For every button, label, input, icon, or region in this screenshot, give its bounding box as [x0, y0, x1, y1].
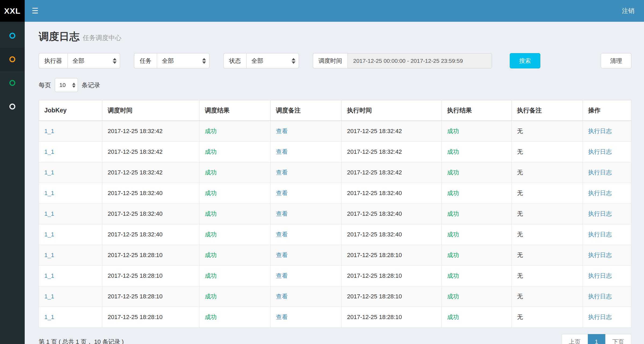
trigger-msg-link[interactable]: 查看	[276, 252, 288, 258]
cell-handle-msg: 无	[512, 245, 583, 266]
jobkey-link[interactable]: 1_1	[44, 210, 54, 217]
page-length-control: 每页 10 条记录	[39, 78, 631, 92]
exec-log-link[interactable]: 执行日志	[588, 272, 612, 279]
menu-circle-icon	[9, 33, 15, 39]
page-length-select[interactable]: 10	[55, 78, 78, 92]
pagination-page-1-button[interactable]: 1	[588, 334, 605, 344]
job-filter-select[interactable]: 全部	[157, 53, 209, 68]
select-arrows-icon	[72, 83, 75, 88]
cell-jobkey: 1_1	[39, 204, 102, 224]
sidebar-toggle-button[interactable]: ☰	[25, 0, 45, 22]
trigger-result-text: 成功	[205, 293, 217, 300]
app-logo[interactable]: XXL	[0, 0, 25, 22]
cell-handle-result: 成功	[442, 121, 512, 142]
table-row: 1_1 2017-12-25 18:28:10 成功 查看 2017-12-25…	[39, 266, 631, 286]
cell-action: 执行日志	[583, 224, 631, 245]
cell-trigger-result: 成功	[199, 142, 270, 162]
exec-log-link[interactable]: 执行日志	[588, 190, 612, 196]
trigger-msg-link[interactable]: 查看	[276, 190, 288, 196]
page-subtitle: 任务调度中心	[83, 34, 121, 42]
trigger-time-range-input[interactable]	[348, 53, 492, 68]
col-header-jobkey: JobKey	[39, 100, 102, 121]
cell-trigger-result: 成功	[199, 224, 270, 245]
trigger-msg-link[interactable]: 查看	[276, 293, 288, 300]
trigger-result-text: 成功	[205, 128, 217, 134]
menu-circle-icon	[9, 56, 15, 62]
status-filter-select[interactable]: 全部	[246, 53, 299, 68]
exec-log-link[interactable]: 执行日志	[588, 293, 612, 300]
exec-log-link[interactable]: 执行日志	[588, 210, 612, 217]
jobkey-link[interactable]: 1_1	[44, 252, 54, 258]
handle-result-text: 成功	[447, 128, 459, 134]
cell-trigger-msg: 查看	[270, 286, 342, 307]
trigger-msg-link[interactable]: 查看	[276, 148, 288, 155]
jobkey-link[interactable]: 1_1	[44, 190, 54, 196]
job-filter-group: 任务 全部	[134, 53, 209, 68]
exec-log-link[interactable]: 执行日志	[588, 314, 612, 320]
exec-log-link[interactable]: 执行日志	[588, 128, 612, 134]
trigger-msg-link[interactable]: 查看	[276, 231, 288, 238]
cell-jobkey: 1_1	[39, 162, 102, 183]
table-header-row: JobKey 调度时间 调度结果 调度备注 执行时间 执行结果 执行备注 操作	[39, 100, 631, 121]
length-prefix-label: 每页	[39, 81, 51, 89]
trigger-msg-link[interactable]: 查看	[276, 272, 288, 279]
trigger-msg-link[interactable]: 查看	[276, 314, 288, 320]
pagination-prev-button[interactable]: 上页	[562, 334, 588, 344]
clear-button[interactable]: 清理	[601, 53, 631, 68]
trigger-result-text: 成功	[205, 190, 217, 196]
jobkey-link[interactable]: 1_1	[44, 272, 54, 279]
trigger-msg-link[interactable]: 查看	[276, 128, 288, 134]
cell-trigger-result: 成功	[199, 162, 270, 183]
jobkey-link[interactable]: 1_1	[44, 148, 54, 155]
cell-trigger-time: 2017-12-25 18:32:42	[102, 121, 200, 142]
cell-handle-result: 成功	[442, 307, 512, 328]
cell-handle-result: 成功	[442, 266, 512, 286]
table-row: 1_1 2017-12-25 18:28:10 成功 查看 2017-12-25…	[39, 307, 631, 328]
cell-action: 执行日志	[583, 307, 631, 328]
select-arrows-icon	[202, 58, 206, 64]
trigger-msg-link[interactable]: 查看	[276, 169, 288, 176]
page-length-value: 10	[59, 82, 66, 88]
jobkey-link[interactable]: 1_1	[44, 169, 54, 176]
jobkey-link[interactable]: 1_1	[44, 314, 54, 320]
pagination-next-button[interactable]: 下页	[605, 334, 631, 344]
job-filter-label: 任务	[134, 53, 157, 68]
status-filter-label: 状态	[223, 53, 246, 68]
cell-trigger-result: 成功	[199, 245, 270, 266]
sidebar-item-4[interactable]	[0, 95, 25, 118]
cell-jobkey: 1_1	[39, 307, 102, 328]
jobkey-link[interactable]: 1_1	[44, 128, 54, 134]
jobkey-link[interactable]: 1_1	[44, 231, 54, 238]
cell-action: 执行日志	[583, 162, 631, 183]
cell-trigger-msg: 查看	[270, 266, 342, 286]
exec-log-link[interactable]: 执行日志	[588, 169, 612, 176]
cell-jobkey: 1_1	[39, 266, 102, 286]
cell-handle-msg: 无	[512, 183, 583, 204]
trigger-result-text: 成功	[205, 169, 217, 176]
cell-trigger-result: 成功	[199, 307, 270, 328]
jobkey-link[interactable]: 1_1	[44, 293, 54, 300]
trigger-msg-link[interactable]: 查看	[276, 210, 288, 217]
trigger-result-text: 成功	[205, 252, 217, 258]
cell-trigger-msg: 查看	[270, 162, 342, 183]
exec-log-link[interactable]: 执行日志	[588, 148, 612, 155]
logout-link[interactable]: 注销	[622, 7, 634, 15]
sidebar-item-3[interactable]	[0, 71, 25, 95]
col-header-handle-msg: 执行备注	[512, 100, 583, 121]
cell-jobkey: 1_1	[39, 245, 102, 266]
cell-handle-msg: 无	[512, 307, 583, 328]
status-filter-value: 全部	[251, 57, 263, 65]
exec-log-link[interactable]: 执行日志	[588, 231, 612, 238]
cell-jobkey: 1_1	[39, 121, 102, 142]
sidebar-item-1[interactable]	[0, 24, 25, 47]
cell-action: 执行日志	[583, 286, 631, 307]
exec-log-link[interactable]: 执行日志	[588, 252, 612, 258]
handle-result-text: 成功	[447, 293, 459, 300]
search-button[interactable]: 搜索	[510, 53, 540, 68]
table-row: 1_1 2017-12-25 18:32:42 成功 查看 2017-12-25…	[39, 162, 631, 183]
cell-handle-result: 成功	[442, 183, 512, 204]
executor-filter-select[interactable]: 全部	[67, 53, 120, 68]
cell-action: 执行日志	[583, 121, 631, 142]
page-header: 调度日志 任务调度中心	[39, 30, 631, 43]
sidebar-item-2[interactable]	[0, 47, 25, 71]
